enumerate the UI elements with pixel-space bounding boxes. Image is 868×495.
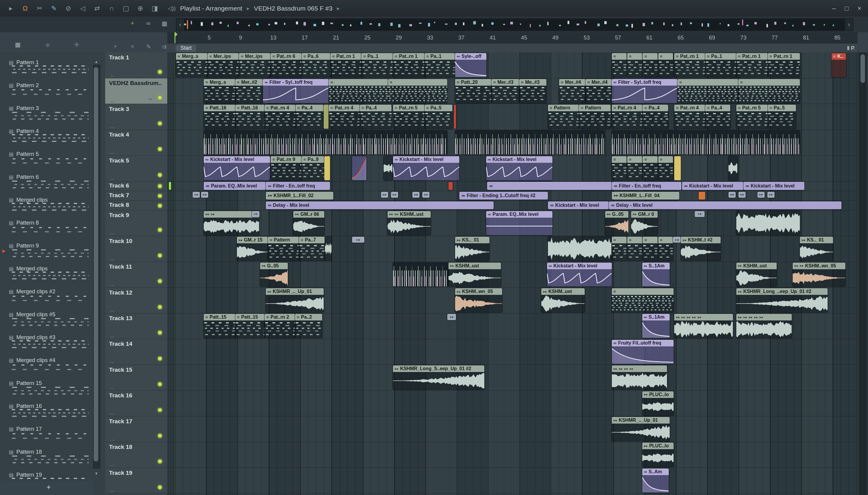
mute-tool-icon[interactable]: ◁ [79,4,87,12]
song-overview-scrollbar[interactable]: ‹ › [176,18,853,31]
clip[interactable]: ≡ [658,237,673,261]
overview-left-arrow[interactable]: ‹ [176,19,184,31]
audio-slice-clip[interactable]: ↦ [447,314,456,320]
clip[interactable]: ≡Pa..5 [425,105,452,129]
track-header[interactable]: VEDH2 Bassdrum.....↔ [105,79,167,104]
clip[interactable]: ≡ [627,237,642,261]
track-options-dots[interactable]: ... [110,462,114,467]
track-options-dots[interactable]: ... [110,281,114,287]
track-header[interactable]: Track 19... [105,468,167,494]
clip[interactable]: ≡Merg..s [204,79,236,103]
clip[interactable]: ↦G..05 [260,262,288,287]
clip[interactable]: ∞Filter - Syl..toff freq [612,79,678,103]
audio-slice-clip[interactable]: ↦ [422,192,430,198]
track-options-dots[interactable]: ... [110,124,114,130]
playhead-flag[interactable] [174,32,176,44]
add-icon[interactable]: + [114,43,117,50]
clip[interactable]: ∞S..1Am [642,262,670,287]
clip[interactable]: ∞Filter - Syl..toff freq [263,79,329,103]
clip[interactable]: ↦KSHMR_.._Up_01 [612,417,670,441]
overview-right-arrow[interactable]: › [845,19,853,31]
clip[interactable]: ≡Patt..15 [204,314,236,338]
track-options-dots[interactable]: ... [110,72,114,78]
diamond-icon[interactable]: ◈ [46,41,50,48]
clip[interactable]: ≡Patt..16 [204,105,236,129]
clip[interactable]: ≡Pa..4 [643,105,668,129]
clip[interactable]: ≡Mer..#2 [236,79,263,103]
clip[interactable]: ≡Pa..4 [360,105,392,129]
clip[interactable]: ∞Param. EQ..Mix level [204,182,266,190]
delete-icon[interactable]: × [131,43,134,50]
clip[interactable]: ↦KSHMR_L..Fill_04 [612,192,679,200]
clip[interactable]: ≡Pat..rn 2 [265,314,295,338]
pattern-list-item[interactable]: ▤Pattern 8 [2,217,91,239]
clip[interactable]: ↦↦↦↦↦ [736,314,792,338]
pause-marker[interactable]: Ⅱ P. [847,45,855,52]
track-options-dots[interactable]: ... [110,487,114,493]
clip[interactable]: ∞Filter - Ending 1..Cutoff freq #2 [459,192,548,200]
audio-slice-clip[interactable]: ↦ [673,237,681,243]
pattern-list-item[interactable]: ▤Merged clips [2,193,91,216]
marker-lane[interactable]: Start Ⅱ P. [167,43,857,53]
select-tool-icon[interactable]: ▢ [122,4,130,12]
track-options-dots[interactable]: ... [110,410,114,416]
clip[interactable]: ∞Kickstart - Mix level [548,201,609,209]
clip[interactable]: ≡Pat..rn 4 [265,105,296,129]
cut-tool-icon[interactable]: ✂ [36,4,44,12]
track-header[interactable]: Track 13... [105,313,167,339]
clip[interactable]: ∞Kickstart - Mix level [682,182,744,190]
audio-slice-clip[interactable]: ↦ [412,192,419,198]
sliver-clip[interactable] [324,105,329,129]
pattern-scroll-down-icon[interactable]: ▼ [93,471,99,476]
pattern-list-item[interactable]: ▤Pattern 18 [2,446,91,468]
audio-slice-clip[interactable]: ↦ [739,192,746,198]
clip[interactable] [204,131,447,155]
clip[interactable]: ≡Merg..s [176,53,208,77]
clip[interactable]: ∞Kickstart - Mix level [547,262,612,287]
swap-tool-icon[interactable]: ⇄ [93,4,102,12]
clip[interactable]: ≡ [643,53,658,77]
track-enable-led[interactable] [158,173,162,177]
track-enable-led[interactable] [158,70,162,74]
start-marker[interactable]: Start [175,45,196,52]
clip[interactable]: ≡ [388,79,448,103]
track-enable-led[interactable] [158,382,162,387]
clip[interactable]: ≡Pa..4 [296,105,324,129]
timeline-ruler[interactable]: Start Ⅱ P. 59131721252933374145495357616… [167,32,857,53]
track-header[interactable]: Track 1... [105,52,167,78]
track-header[interactable]: Track 18... [105,442,167,468]
track-options-dots[interactable]: ... [110,333,114,339]
track-options-dots[interactable]: ... [110,98,114,104]
clip[interactable]: ≡Mer..#3 [491,79,519,103]
sliver-clip[interactable] [454,105,456,129]
track-enable-led[interactable] [158,408,162,412]
track-enable-led[interactable] [158,147,162,151]
clip[interactable]: ↦PLUC..lo [642,391,674,415]
clip[interactable]: ↦KS.._01 [800,237,833,261]
clip[interactable]: ≡Pat..rn 1 [736,53,768,77]
clip[interactable]: ≡ [678,79,739,103]
track-enable-led[interactable] [158,204,162,208]
clip[interactable]: ↦↦↦↦↦ [674,314,733,338]
audio-slice-clip[interactable]: ↦ [193,192,200,198]
clip[interactable]: ≡Pat..rn 1 [331,53,362,77]
clip[interactable]: ↦KSHM..wn_05 [455,288,502,312]
clip[interactable]: ≡Mer..ips [239,53,271,77]
clip[interactable]: ↦GM..r 06 [293,211,324,235]
sliver-clip[interactable] [699,192,705,200]
grid-tool-icon[interactable]: ▦ [161,20,167,27]
audio-slice-clip[interactable]: ↦ [767,192,775,198]
clip[interactable]: ↦KSHM..ust [541,288,585,312]
clip[interactable]: ≡Pa..2 [295,314,322,338]
track-header[interactable]: Track 16... [105,391,167,416]
breadcrumb-item[interactable]: Playlist - Arrangement [180,5,243,12]
clip[interactable]: ≡Me..#3 [519,79,546,103]
pattern-list-item[interactable]: ▤Pattern 15 [2,377,91,399]
clip[interactable]: ↦↦KSHM..ust [387,211,431,235]
track-header[interactable]: Track 10... [105,236,167,262]
clip[interactable]: ↦GM..r 15 [237,237,268,261]
clip[interactable]: ∞Param. EQ..Mix level [486,211,553,235]
clip[interactable]: ≡K.. [832,53,846,77]
audio-slice-clip[interactable]: ↦ [381,192,388,198]
clip[interactable]: ∞Delay - Mix level [609,201,841,209]
